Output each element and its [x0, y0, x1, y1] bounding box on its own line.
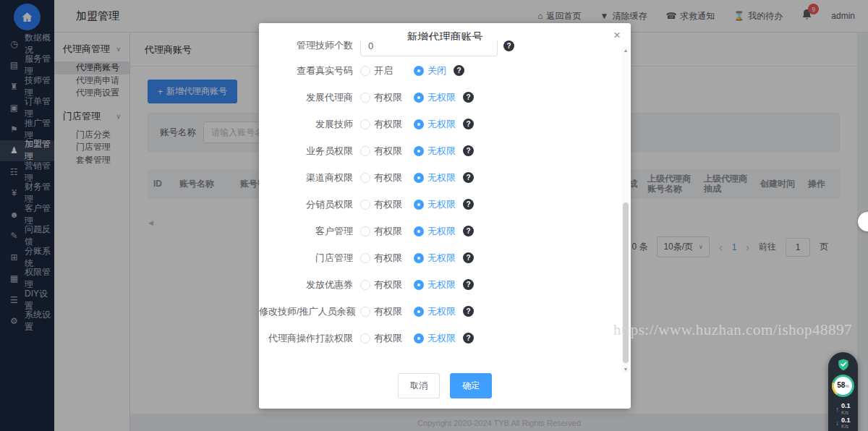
radio-unselected-icon[interactable]: [360, 253, 370, 263]
radio-option-on[interactable]: 有权限: [360, 118, 414, 131]
radio-unselected-icon[interactable]: [360, 66, 370, 76]
help-icon[interactable]: ?: [503, 40, 514, 51]
radio-label[interactable]: 有权限: [374, 171, 402, 184]
radio-label[interactable]: 无权限: [427, 305, 456, 318]
radio-option-off[interactable]: 无权限: [414, 171, 456, 184]
radio-label[interactable]: 有权限: [374, 145, 402, 158]
radio-option-off[interactable]: 无权限: [414, 145, 456, 158]
radio-selected-icon[interactable]: [414, 333, 424, 343]
radio-selected-icon[interactable]: [414, 93, 424, 103]
radio-label[interactable]: 无权限: [427, 252, 456, 265]
help-icon[interactable]: ?: [463, 279, 474, 290]
radio-unselected-icon[interactable]: [360, 226, 370, 236]
radio-label[interactable]: 关闭: [427, 64, 446, 77]
radio-selected-icon[interactable]: [414, 280, 424, 290]
download-value: 0.1: [841, 417, 851, 424]
radio-selected-icon[interactable]: [414, 173, 424, 183]
radio-option-off[interactable]: 无权限: [414, 91, 456, 104]
radio-label[interactable]: 有权限: [374, 118, 402, 131]
radio-option-off[interactable]: 关闭: [414, 64, 446, 77]
radio-label[interactable]: 无权限: [427, 198, 456, 211]
app-window: ◷数据概况 ▤服务管理 ♜技师管理 ▣订单管理 ⚑推广管理 ♟加盟管理 ☷营销管…: [0, 0, 868, 431]
help-icon[interactable]: ?: [463, 92, 474, 103]
radio-selected-icon[interactable]: [414, 226, 424, 236]
radio-option-on[interactable]: 有权限: [360, 198, 414, 211]
form-row-customer-manage: 客户管理 有权限 无权限 ?: [259, 218, 618, 244]
close-icon[interactable]: ×: [613, 29, 621, 41]
scrollbar-up-icon[interactable]: ▲: [622, 48, 629, 53]
form-row-managed-tech-count: 管理技师个数 ?: [259, 40, 618, 57]
download-unit: K/s: [841, 424, 848, 430]
radio-selected-icon[interactable]: [414, 253, 424, 263]
help-icon[interactable]: ?: [454, 65, 464, 76]
help-icon[interactable]: ?: [463, 252, 474, 263]
radio-option-off[interactable]: 无权限: [414, 252, 456, 265]
help-icon[interactable]: ?: [463, 172, 474, 183]
radio-unselected-icon[interactable]: [360, 173, 370, 183]
radio-label[interactable]: 开启: [374, 64, 393, 77]
radio-label[interactable]: 有权限: [374, 225, 402, 238]
radio-unselected-icon[interactable]: [360, 280, 370, 290]
help-icon[interactable]: ?: [463, 119, 474, 129]
radio-unselected-icon[interactable]: [360, 333, 370, 343]
radio-label[interactable]: 无权限: [427, 91, 456, 104]
radio-label[interactable]: 无权限: [427, 145, 456, 158]
radio-label[interactable]: 无权限: [427, 278, 456, 291]
radio-option-on[interactable]: 有权限: [360, 145, 414, 158]
gauge-unit: %: [845, 384, 848, 388]
radio-label[interactable]: 无权限: [427, 118, 456, 131]
radio-label[interactable]: 有权限: [374, 305, 402, 318]
radio-option-on[interactable]: 有权限: [360, 305, 414, 318]
radio-option-on[interactable]: 有权限: [360, 91, 414, 104]
radio-option-off[interactable]: 无权限: [414, 305, 456, 318]
watermark-text: https://www.huzhan.com/ishop48897: [613, 321, 852, 339]
radio-option-on[interactable]: 有权限: [360, 252, 414, 265]
radio-label[interactable]: 无权限: [427, 225, 456, 238]
help-icon[interactable]: ?: [463, 333, 474, 343]
radio-selected-icon[interactable]: [414, 146, 424, 156]
system-monitor-widget[interactable]: 58% ↑ 0.1K/s ↓ 0.1K/s: [828, 352, 858, 431]
radio-label[interactable]: 无权限: [427, 332, 456, 345]
radio-unselected-icon[interactable]: [360, 93, 370, 103]
form-row-channel-permission: 渠道商权限 有权限 无权限 ?: [259, 164, 618, 191]
radio-unselected-icon[interactable]: [360, 119, 370, 129]
radio-selected-icon[interactable]: [414, 307, 424, 317]
radio-label[interactable]: 有权限: [374, 198, 402, 211]
radio-label[interactable]: 有权限: [374, 278, 402, 291]
radio-selected-icon[interactable]: [414, 200, 424, 210]
radio-option-on[interactable]: 有权限: [360, 225, 414, 238]
radio-label[interactable]: 有权限: [374, 91, 402, 104]
radio-option-on[interactable]: 有权限: [360, 332, 414, 345]
managed-tech-count-input[interactable]: [360, 40, 498, 56]
form-row-salesperson-permission: 业务员权限 有权限 无权限 ?: [259, 137, 618, 164]
help-icon[interactable]: ?: [463, 226, 474, 236]
radio-label[interactable]: 有权限: [374, 332, 402, 345]
radio-unselected-icon[interactable]: [360, 200, 370, 210]
radio-option-off[interactable]: 无权限: [414, 198, 456, 211]
help-icon[interactable]: ?: [463, 199, 474, 210]
field-label: 发放优惠券: [259, 278, 353, 291]
help-icon[interactable]: ?: [463, 306, 474, 317]
upload-arrow-icon: ↑: [835, 406, 839, 413]
radio-option-on[interactable]: 开启: [360, 64, 414, 77]
field-label: 修改技师/推广人员余额: [259, 305, 353, 318]
form-row-view-real-number: 查看真实号码 开启 关闭 ?: [259, 57, 618, 84]
scrollbar-down-icon[interactable]: ▼: [622, 367, 629, 372]
radio-option-off[interactable]: 无权限: [414, 332, 456, 345]
radio-label[interactable]: 有权限: [374, 252, 402, 265]
radio-option-off[interactable]: 无权限: [414, 225, 456, 238]
radio-option-off[interactable]: 无权限: [414, 278, 456, 291]
radio-unselected-icon[interactable]: [360, 307, 370, 317]
field-label: 渠道商权限: [259, 171, 353, 184]
cancel-button[interactable]: 取消: [398, 373, 440, 398]
radio-option-on[interactable]: 有权限: [360, 278, 414, 291]
radio-option-off[interactable]: 无权限: [414, 118, 456, 131]
radio-option-on[interactable]: 有权限: [360, 171, 414, 184]
form-row-develop-agent: 发展代理商 有权限 无权限 ?: [259, 84, 618, 111]
radio-unselected-icon[interactable]: [360, 146, 370, 156]
help-icon[interactable]: ?: [463, 145, 474, 156]
radio-label[interactable]: 无权限: [427, 171, 456, 184]
radio-selected-icon[interactable]: [414, 119, 424, 129]
confirm-button[interactable]: 确定: [450, 373, 492, 398]
radio-selected-icon[interactable]: [414, 66, 424, 76]
